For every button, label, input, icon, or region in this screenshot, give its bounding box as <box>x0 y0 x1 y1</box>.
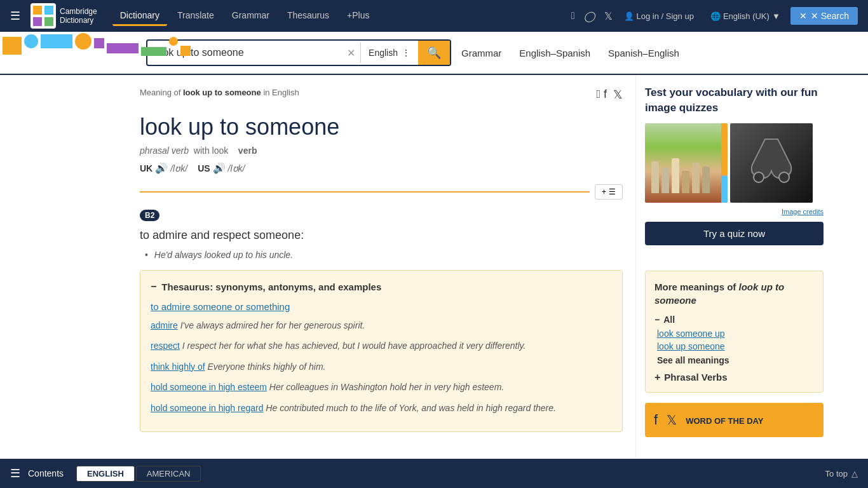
quiz-section: Test your vocabulary with our fun image … <box>645 85 824 258</box>
nav-links: Dictionary Translate Grammar Thesaurus +… <box>112 6 566 26</box>
try-quiz-button[interactable]: Try a quiz now <box>645 222 824 245</box>
login-button[interactable]: 👤 Log in / Sign up <box>618 11 700 21</box>
bottom-tab-american[interactable]: AMERICAN <box>136 466 201 475</box>
thesaurus-entry-1: respect I respect her for what she has a… <box>151 339 612 353</box>
sidebar-twitter-icon[interactable]: 𝕏 <box>667 412 677 428</box>
thesaurus-subhead-link[interactable]: to admire someone or something <box>151 301 612 312</box>
bottom-tab-english[interactable]: ENGLISH <box>76 466 135 475</box>
twitter-icon[interactable]: 𝕏 <box>604 10 613 22</box>
decorative-left <box>0 75 140 475</box>
expand-icon[interactable]: + <box>654 372 660 383</box>
instagram-icon[interactable]: ◯ <box>584 10 595 22</box>
thesaurus-word-admire[interactable]: admire <box>151 320 178 330</box>
quiz-image-right <box>730 123 813 203</box>
thesaurus-word-respect[interactable]: respect <box>151 341 180 351</box>
globe-icon: 🌐 <box>710 11 721 21</box>
thesaurus-entry-0: admire I've always admired her for her g… <box>151 318 612 332</box>
thesaurus-entry-2: think highly of Everyone thinks highly o… <box>151 360 612 374</box>
chevron-down-icon: ▼ <box>772 11 780 21</box>
quiz-image-left <box>645 123 728 203</box>
word-type: phrasal verb with look verb <box>140 146 623 156</box>
language-dropdown[interactable]: English ⋮ <box>360 43 418 63</box>
facebook-icon[interactable]:  <box>571 10 575 22</box>
svg-rect-1 <box>44 6 53 15</box>
to-top-icon: △ <box>851 469 858 475</box>
thesaurus-entry-3: hold someone in high esteem Her colleagu… <box>151 380 612 394</box>
uk-speaker-icon[interactable]: 🔊 <box>155 162 168 174</box>
phrasal-verbs-section: + Phrasal Verbs <box>654 372 814 383</box>
subnav-grammar[interactable]: Grammar <box>459 43 504 64</box>
svg-rect-2 <box>33 17 42 26</box>
more-meanings-section: More meanings of look up to someone − Al… <box>645 271 824 393</box>
meanings-links: look someone up look up someone See all … <box>654 329 814 365</box>
definition: to admire and respect someone: <box>140 229 623 242</box>
menu-icon[interactable]: ☰ <box>10 9 20 23</box>
search-input[interactable] <box>147 42 342 64</box>
svg-point-5 <box>779 172 789 182</box>
level-badge: B2 <box>140 210 159 221</box>
person-icon: 👤 <box>624 11 634 21</box>
thesaurus-word-regard[interactable]: hold someone in high regard <box>151 403 263 413</box>
clear-icon[interactable]: ✕ <box>342 47 360 59</box>
to-top-button[interactable]: To top △ <box>825 469 858 475</box>
subnav-es-en[interactable]: Spanish–English <box>606 43 682 64</box>
svg-rect-0 <box>33 6 42 15</box>
nav-dictionary[interactable]: Dictionary <box>112 6 167 26</box>
nav-translate[interactable]: Translate <box>170 6 222 26</box>
sidebar-social: f 𝕏 WORD OF THE DAY <box>645 403 824 437</box>
meaning-link-1[interactable]: look up someone <box>657 341 814 351</box>
logo-image <box>31 3 56 29</box>
meaning-link-0[interactable]: look someone up <box>657 329 814 339</box>
close-icon: ✕ <box>799 11 807 21</box>
thesaurus-sentence-think: Everyone thinks highly of him. <box>208 362 326 372</box>
thesaurus-collapse-button[interactable]: − <box>151 281 156 292</box>
thesaurus-word-think[interactable]: think highly of <box>151 362 205 372</box>
sidebar-facebook-icon[interactable]: f <box>654 412 658 428</box>
thesaurus-entry-4: hold someone in high regard He contribut… <box>151 401 612 415</box>
quiz-images <box>645 123 824 203</box>
word-title: look up to someone <box>140 114 623 140</box>
bottom-menu-icon[interactable]: ☰ <box>10 466 20 475</box>
svg-point-4 <box>754 172 764 182</box>
nav-thesaurus[interactable]: Thesaurus <box>280 6 337 26</box>
language-selector[interactable]: 🌐 English (UK) ▼ <box>705 11 785 21</box>
share-icons:  f 𝕏 <box>596 88 623 102</box>
logo[interactable]: Cambridge Dictionary <box>31 3 97 29</box>
thesaurus-word-esteem[interactable]: hold someone in high esteem <box>151 382 267 392</box>
nav-grammar[interactable]: Grammar <box>224 6 277 26</box>
entry-divider: + ☰ <box>140 184 623 200</box>
subnav-en-es[interactable]: English–Spanish <box>517 43 593 64</box>
bottom-bar: ☰ Contents ENGLISH AMERICAN To top △ <box>0 459 868 475</box>
search-button[interactable]: ✕ ✕ Search <box>790 7 858 25</box>
main-content: Meaning of look up to someone in English… <box>140 75 635 475</box>
more-button[interactable]: + ☰ <box>595 184 623 200</box>
options-icon: ⋮ <box>402 48 410 58</box>
search-input-wrap: ✕ English ⋮ 🔍 <box>146 39 451 66</box>
thesaurus-title: − Thesaurus: synonyms, antonyms, and exa… <box>151 281 612 292</box>
pronunciation: UK 🔊 /lʊk/ US 🔊 /lʊk/ <box>140 162 623 174</box>
share-facebook-icon[interactable]:  f <box>596 88 607 102</box>
image-credits[interactable]: Image credits <box>645 208 824 215</box>
divider-line <box>140 191 590 193</box>
share-twitter-icon[interactable]: 𝕏 <box>613 88 623 102</box>
all-meanings-label: − All <box>654 315 814 325</box>
breadcrumb: Meaning of look up to someone in English <box>140 88 299 97</box>
sidebar: Test your vocabulary with our fun image … <box>635 75 832 475</box>
search-go-button[interactable]: 🔍 <box>418 41 450 65</box>
nav-plus[interactable]: +Plus <box>339 6 377 26</box>
thesaurus-sentence-admire: I've always admired her for her generous… <box>180 320 365 330</box>
quiz-title: Test your vocabulary with our fun image … <box>645 85 824 116</box>
thesaurus-box: − Thesaurus: synonyms, antonyms, and exa… <box>140 270 623 432</box>
thesaurus-sentence-esteem: Her colleagues in Washington hold her in… <box>269 382 504 392</box>
us-pronunciation: US 🔊 /lʊk/ <box>198 162 245 174</box>
more-meanings-title: More meanings of look up to someone <box>654 280 814 307</box>
word-of-day-label: WORD OF THE DAY <box>686 416 763 426</box>
svg-rect-3 <box>44 17 53 26</box>
uk-pronunciation: UK 🔊 /lʊk/ <box>140 162 187 174</box>
see-all-meanings-link[interactable]: See all meanings <box>657 355 814 365</box>
us-speaker-icon[interactable]: 🔊 <box>213 162 226 174</box>
search-bar: ✕ English ⋮ 🔍 Grammar English–Spanish Sp… <box>0 32 868 75</box>
thesaurus-sentence-respect: I respect her for what she has achieved,… <box>182 341 526 351</box>
phrasal-verbs-title: + Phrasal Verbs <box>654 372 814 383</box>
bottom-contents[interactable]: Contents <box>28 468 64 475</box>
